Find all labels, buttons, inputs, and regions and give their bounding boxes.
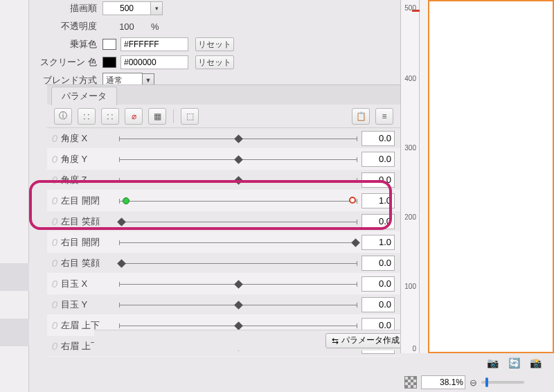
vertical-ruler: 500 400 300 200 100 0 xyxy=(400,0,420,353)
zoom-knob[interactable] xyxy=(485,377,488,387)
zoom-slider[interactable] xyxy=(481,381,524,384)
separator xyxy=(173,109,174,123)
param-name: 左目 開閉 xyxy=(61,195,115,207)
loop-icon: 0 xyxy=(48,215,61,227)
slider-handle[interactable] xyxy=(234,301,243,310)
loop-icon: 0 xyxy=(48,153,61,165)
slider-tick xyxy=(357,220,357,224)
param-name: 角度 Y xyxy=(61,153,115,166)
sidebar-block xyxy=(0,263,29,291)
loop-icon: 0 xyxy=(48,195,61,206)
param-row[interactable]: 0 左目 笑顔 xyxy=(47,211,400,232)
param-row[interactable]: 0 角度 Y xyxy=(47,149,400,170)
slider-track-line xyxy=(119,242,357,243)
param-slider[interactable] xyxy=(119,278,357,290)
ruler-tick: 400 xyxy=(404,75,416,82)
camera-icon[interactable]: 📷 xyxy=(487,357,499,368)
slider-handle-active[interactable] xyxy=(123,197,129,204)
slider-handle[interactable] xyxy=(234,280,243,289)
ruler-tick: 0 xyxy=(412,345,416,353)
key-delete-icon[interactable]: ⌀ xyxy=(125,108,143,125)
left-sidebar xyxy=(0,0,29,392)
tab-bar: パラメータ xyxy=(47,85,400,105)
camera-refresh-icon[interactable]: 🔄 xyxy=(508,357,520,368)
param-row[interactable]: 0 角度 X xyxy=(47,128,400,149)
param-slider[interactable] xyxy=(119,236,357,249)
slider-handle[interactable] xyxy=(234,134,243,143)
reset-button[interactable]: リセット xyxy=(195,55,234,69)
slider-tick xyxy=(357,261,357,266)
opacity-value: 100 xyxy=(102,21,151,32)
sliders-icon: ⇆ xyxy=(332,336,339,346)
param-name: 右目 笑顔 xyxy=(61,257,115,269)
loop-icon: 0 xyxy=(48,132,61,144)
status-bar: 📷 🔄 📸 38.1% ⊖ xyxy=(400,353,554,392)
menu-icon[interactable]: ≡ xyxy=(375,108,393,125)
create-param-button[interactable]: ⇆ パラメータ作成 xyxy=(325,333,406,348)
param-row[interactable]: 0 角度 Z xyxy=(47,170,400,190)
slider-track-line xyxy=(119,222,357,222)
camera-snap-icon[interactable]: 📸 xyxy=(530,357,542,368)
slider-handle[interactable] xyxy=(351,238,360,247)
reset-button[interactable]: リセット xyxy=(195,37,234,51)
multiply-hex-input[interactable] xyxy=(120,37,188,51)
ruler-tick: 500 xyxy=(404,4,416,12)
slider-track-line xyxy=(119,263,357,264)
param-value-input[interactable] xyxy=(361,172,395,188)
slider-tick xyxy=(119,303,120,308)
slider-tick xyxy=(119,323,120,328)
screen-hex-input[interactable] xyxy=(120,55,188,69)
param-value-input[interactable] xyxy=(361,152,395,167)
expand-icon[interactable]: ⓘ xyxy=(54,108,72,125)
key-add-2-icon[interactable]: ⸬ xyxy=(78,108,96,125)
param-name: 左目 笑顔 xyxy=(61,215,115,228)
multiply-swatch[interactable] xyxy=(102,39,116,50)
link-icon[interactable]: ⬚ xyxy=(181,108,199,125)
param-value-input[interactable] xyxy=(361,214,395,229)
slider-tick xyxy=(119,199,120,204)
param-row[interactable]: 0 右目 開閉 xyxy=(47,232,400,253)
param-row[interactable]: 0 右目 笑顔 xyxy=(47,253,400,274)
param-slider[interactable] xyxy=(119,257,357,269)
slider-handle-key[interactable] xyxy=(349,197,356,204)
param-row[interactable]: 0 目玉 X xyxy=(47,274,400,294)
zoom-value[interactable]: 38.1% xyxy=(421,375,465,389)
param-slider[interactable] xyxy=(119,153,357,166)
param-slider[interactable] xyxy=(119,174,357,186)
multiply-color-label: 乗算色 xyxy=(36,38,102,51)
param-slider[interactable] xyxy=(119,132,357,145)
param-value-input[interactable] xyxy=(361,193,395,208)
loop-icon: 0 xyxy=(48,278,61,289)
canvas-viewport[interactable] xyxy=(428,0,554,353)
param-value-input[interactable] xyxy=(361,235,395,250)
param-slider[interactable] xyxy=(119,215,357,228)
loop-icon: 0 xyxy=(48,319,61,331)
slider-tick xyxy=(119,240,120,245)
opacity-suffix: % xyxy=(151,21,165,32)
slider-track-line xyxy=(119,201,357,202)
slider-handle[interactable] xyxy=(234,321,243,330)
param-row[interactable]: 0 目玉 Y xyxy=(47,294,400,315)
canvas-area xyxy=(420,0,554,353)
draw-order-input[interactable] xyxy=(102,1,151,15)
param-slider[interactable] xyxy=(119,195,357,207)
param-row[interactable]: 0 左目 開閉 xyxy=(47,190,400,211)
slider-handle[interactable] xyxy=(234,176,243,185)
param-value-input[interactable] xyxy=(361,131,395,146)
transparency-toggle-icon[interactable] xyxy=(404,376,417,389)
grid-icon[interactable]: ▦ xyxy=(148,108,166,125)
slider-tick xyxy=(119,157,120,162)
slider-tick xyxy=(357,136,357,141)
param-slider[interactable] xyxy=(119,299,357,311)
param-value-input[interactable] xyxy=(361,276,395,292)
loop-icon: 0 xyxy=(48,299,61,310)
tab-parameter[interactable]: パラメータ xyxy=(51,87,117,105)
clipboard-icon[interactable]: 📋 xyxy=(352,108,370,125)
slider-handle[interactable] xyxy=(234,155,243,164)
screen-swatch[interactable] xyxy=(102,57,116,68)
spin-icon[interactable]: ▾ xyxy=(150,1,163,15)
zoom-out-icon[interactable]: ⊖ xyxy=(470,377,477,388)
param-value-input[interactable] xyxy=(361,256,395,271)
key-add-3-icon[interactable]: ⸬ xyxy=(101,108,119,125)
param-value-input[interactable] xyxy=(361,297,395,312)
